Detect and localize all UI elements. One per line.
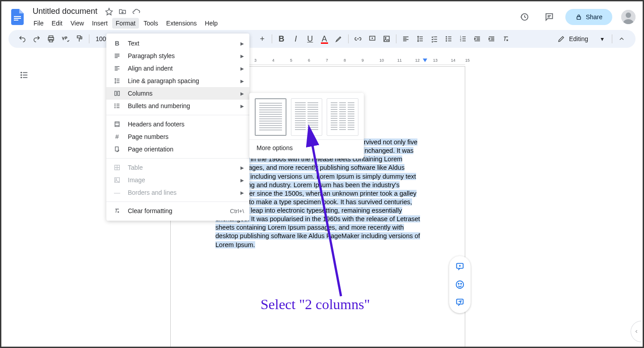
underline-button[interactable]: U <box>303 32 317 46</box>
svg-point-36 <box>461 283 462 284</box>
more-options-item[interactable]: More options <box>255 140 358 153</box>
paragraph-icon <box>112 52 122 59</box>
svg-point-34 <box>456 281 464 289</box>
menu-item-bullets-numbering[interactable]: Bullets and numbering ▶ <box>106 100 249 112</box>
print-button[interactable] <box>44 32 58 46</box>
menu-help[interactable]: Help <box>201 18 221 29</box>
increase-indent-button[interactable] <box>485 32 498 46</box>
image-icon <box>112 176 122 184</box>
menu-edit[interactable]: Edit <box>48 18 66 29</box>
submenu-arrow-icon: ▶ <box>240 91 244 96</box>
menu-item-text[interactable]: B Text ▶ <box>106 37 249 50</box>
columns-submenu: More options <box>249 93 364 159</box>
table-icon <box>112 164 122 171</box>
svg-rect-24 <box>118 91 119 95</box>
borders-icon: — <box>112 189 122 196</box>
align-button[interactable] <box>399 32 412 46</box>
svg-text:3: 3 <box>460 39 461 42</box>
comments-icon[interactable] <box>540 8 558 26</box>
orientation-icon <box>112 146 122 153</box>
menu-tools[interactable]: Tools <box>140 18 162 29</box>
share-label: Share <box>586 13 602 21</box>
side-panel-collapse-button[interactable] <box>631 321 641 342</box>
svg-rect-4 <box>577 17 581 19</box>
menu-item-image: Image ▶ <box>106 174 249 186</box>
svg-rect-23 <box>115 91 117 95</box>
menu-item-page-numbers[interactable]: # Page numbers <box>106 130 249 143</box>
move-icon[interactable] <box>118 8 126 16</box>
align-icon <box>112 65 122 72</box>
horizontal-ruler[interactable]: 3 4 5 6 7 8 9 10 11 12 13 14 15 <box>1 57 643 65</box>
menu-item-paragraph-styles[interactable]: Paragraph styles ▶ <box>106 50 249 62</box>
undo-button[interactable] <box>16 32 29 46</box>
menu-item-headers-footers[interactable]: Headers and footers <box>106 118 249 130</box>
svg-rect-28 <box>115 122 119 127</box>
svg-rect-0 <box>14 16 21 17</box>
menu-insert[interactable]: Insert <box>88 18 111 29</box>
paint-format-button[interactable] <box>73 32 86 46</box>
svg-rect-12 <box>384 36 389 42</box>
menu-extensions[interactable]: Extensions <box>163 18 200 29</box>
spellcheck-button[interactable] <box>59 32 72 46</box>
clear-format-icon <box>112 207 122 214</box>
document-title[interactable]: Untitled document <box>30 6 100 17</box>
menu-item-page-orientation[interactable]: Page orientation <box>106 143 249 155</box>
menu-item-columns[interactable]: Columns ▶ <box>106 87 249 100</box>
svg-point-20 <box>21 72 22 73</box>
menu-separator <box>106 158 249 159</box>
decrease-indent-button[interactable] <box>471 32 484 46</box>
cloud-status-icon[interactable] <box>132 8 141 16</box>
text-color-button[interactable]: A <box>318 32 331 46</box>
bulleted-list-button[interactable] <box>442 32 455 46</box>
share-button[interactable]: Share <box>565 9 612 25</box>
outline-toggle-button[interactable] <box>17 68 31 82</box>
svg-point-15 <box>446 38 447 39</box>
columns-icon <box>112 90 122 97</box>
menu-format[interactable]: Format <box>112 18 139 29</box>
highlight-button[interactable] <box>332 32 345 46</box>
menu-separator <box>106 115 249 115</box>
submenu-arrow-icon: ▶ <box>240 190 244 195</box>
svg-point-16 <box>446 41 447 42</box>
lock-icon <box>575 13 582 21</box>
add-comment-floating-button[interactable] <box>452 259 468 275</box>
submenu-arrow-icon: ▶ <box>240 66 244 71</box>
menu-item-line-spacing[interactable]: Line & paragraph spacing ▶ <box>106 75 249 87</box>
column-option-2[interactable] <box>291 98 323 136</box>
line-spacing-button[interactable] <box>413 32 427 46</box>
menu-view[interactable]: View <box>67 18 88 29</box>
svg-point-13 <box>385 38 386 38</box>
suggest-edits-button[interactable] <box>452 294 468 310</box>
column-option-3[interactable] <box>327 98 358 136</box>
link-button[interactable] <box>351 32 365 46</box>
header-right: Share <box>515 8 636 26</box>
svg-rect-2 <box>14 20 18 21</box>
avatar[interactable] <box>621 10 636 24</box>
add-comment-button[interactable] <box>366 32 379 46</box>
separator <box>89 34 89 43</box>
submenu-arrow-icon: ▶ <box>240 104 244 109</box>
history-icon[interactable] <box>515 8 533 26</box>
star-icon[interactable] <box>105 8 113 16</box>
increase-font-button[interactable]: + <box>256 32 269 46</box>
docs-logo[interactable] <box>8 8 26 26</box>
svg-rect-10 <box>77 36 81 38</box>
menu-item-clear-formatting[interactable]: Clear formatting Ctrl+\ <box>106 205 249 217</box>
editing-mode-select[interactable]: Editing ▾ <box>552 35 609 43</box>
bold-icon: B <box>112 40 122 47</box>
redo-button[interactable] <box>30 32 43 46</box>
clear-format-button[interactable] <box>499 32 513 46</box>
menu-item-align-indent[interactable]: Align and indent ▶ <box>106 62 249 75</box>
menu-file[interactable]: File <box>30 18 47 29</box>
checklist-button[interactable] <box>428 32 441 46</box>
column-option-1[interactable] <box>255 98 286 136</box>
italic-button[interactable]: I <box>289 32 303 46</box>
bold-button[interactable]: B <box>275 32 288 46</box>
collapse-toolbar-button[interactable] <box>615 35 628 42</box>
right-indent-marker[interactable] <box>423 59 427 62</box>
insert-image-button[interactable] <box>380 32 393 46</box>
add-emoji-button[interactable] <box>452 277 468 293</box>
svg-point-14 <box>446 37 447 38</box>
svg-point-25 <box>115 104 115 104</box>
numbered-list-button[interactable]: 123 <box>456 32 470 46</box>
